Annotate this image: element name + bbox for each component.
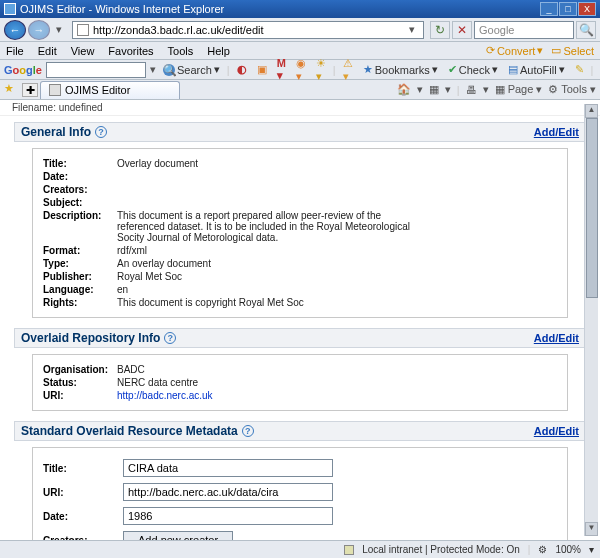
val-org: BADC [117, 364, 557, 375]
lbl-org: Organisation: [43, 364, 117, 375]
val-publisher: Royal Met Soc [117, 271, 557, 282]
autofill-button[interactable]: ▤ AutoFill ▾ [505, 63, 568, 76]
forward-button[interactable]: → [28, 20, 50, 40]
address-bar[interactable]: ▾ [72, 21, 424, 39]
zone-icon [344, 545, 354, 555]
vertical-scrollbar[interactable]: ▲ ▼ [584, 104, 598, 536]
google-search-dropdown-icon[interactable]: ▾ [150, 63, 156, 76]
section-head-repo: Overlaid Repository Info ? Add/Edit [14, 328, 586, 348]
page-icon [77, 24, 89, 36]
link-repo-uri[interactable]: http://badc.nerc.ac.uk [117, 390, 213, 401]
menu-view[interactable]: View [71, 45, 95, 57]
menu-tools[interactable]: Tools [168, 45, 194, 57]
menu-file[interactable]: File [6, 45, 24, 57]
feed-icon[interactable]: ◉ ▾ [293, 57, 309, 83]
lbl-uri: URI: [43, 390, 117, 401]
favorites-star-icon[interactable]: ★ [4, 82, 20, 98]
section-head-general: General Info ? Add/Edit [14, 122, 586, 142]
refresh-button[interactable]: ↻ [430, 21, 450, 39]
window-title: OJIMS Editor - Windows Internet Explorer [20, 3, 224, 15]
maximize-button[interactable]: □ [559, 2, 577, 16]
val-uri: http://badc.nerc.ac.uk [117, 390, 557, 401]
url-dropdown-icon[interactable]: ▾ [405, 23, 419, 36]
check-button[interactable]: ✔ Check ▾ [445, 63, 501, 76]
menu-favorites[interactable]: Favorites [108, 45, 153, 57]
tab-page-icon [49, 84, 61, 96]
page-menu[interactable]: ▦ Page ▾ [495, 83, 543, 96]
stop-button[interactable]: ✕ [452, 21, 472, 39]
add-favorites-icon[interactable]: ✚ [22, 83, 38, 97]
val-date [117, 171, 557, 182]
tab-ojims-editor[interactable]: OJIMS Editor [40, 81, 180, 99]
val-format: rdf/xml [117, 245, 557, 256]
lbl-res-date: Date: [43, 511, 117, 522]
search-go-button[interactable]: 🔍 [576, 21, 596, 39]
highlight-icon[interactable]: ✎ [572, 63, 587, 76]
google-search-button[interactable]: 🔍Search▾ [160, 63, 223, 76]
zoom-label[interactable]: 100% [555, 544, 581, 555]
section-title-resource: Standard Overlaid Resource Metadata ? [21, 424, 254, 438]
help-icon[interactable]: ? [242, 425, 254, 437]
gmail-icon[interactable]: ◐ [234, 63, 250, 76]
weather-icon[interactable]: ☀ ▾ [313, 57, 329, 83]
add-edit-resource[interactable]: Add/Edit [534, 425, 579, 437]
panel-resource: Title: URI: Date: Creators:Add new creat… [32, 447, 568, 540]
lbl-rights: Rights: [43, 297, 117, 308]
select-button[interactable]: ▭ Select [551, 44, 594, 57]
section-title-repo: Overlaid Repository Info ? [21, 331, 176, 345]
menu-edit[interactable]: Edit [38, 45, 57, 57]
browser-search-box[interactable]: Google [474, 21, 574, 39]
zone-label: Local intranet | Protected Mode: On [362, 544, 520, 555]
home-button[interactable]: 🏠 [397, 83, 411, 96]
back-button[interactable]: ← [4, 20, 26, 40]
add-creator-button[interactable]: Add new creator [123, 531, 233, 540]
gmail-m-icon[interactable]: M ▾ [274, 57, 289, 82]
tools-menu[interactable]: ⚙ Tools ▾ [548, 83, 596, 96]
scroll-down-button[interactable]: ▼ [585, 522, 598, 536]
bookmarks-button[interactable]: ★ Bookmarks ▾ [360, 63, 441, 76]
window-titlebar: OJIMS Editor - Windows Internet Explorer… [0, 0, 600, 18]
val-rights: This document is copyright Royal Met Soc [117, 297, 557, 308]
history-dropdown-icon[interactable]: ▾ [52, 23, 66, 36]
lbl-res-uri: URI: [43, 487, 117, 498]
zoom-icon[interactable]: ⚙ [538, 544, 547, 555]
val-creators [117, 184, 557, 195]
add-edit-general[interactable]: Add/Edit [534, 126, 579, 138]
lbl-format: Format: [43, 245, 117, 256]
val-type: An overlay document [117, 258, 557, 269]
google-search-input[interactable] [46, 62, 146, 78]
tab-label: OJIMS Editor [65, 84, 130, 96]
url-input[interactable] [93, 24, 405, 36]
feeds-button[interactable]: ▦ [429, 83, 439, 96]
panel-general: Title:Overlay document Date: Creators: S… [32, 148, 568, 318]
scroll-up-button[interactable]: ▲ [585, 104, 598, 118]
lbl-description: Description: [43, 210, 117, 243]
lbl-subject: Subject: [43, 197, 117, 208]
input-res-uri[interactable] [123, 483, 333, 501]
input-res-date[interactable] [123, 507, 333, 525]
menu-help[interactable]: Help [207, 45, 230, 57]
lbl-language: Language: [43, 284, 117, 295]
add-edit-repo[interactable]: Add/Edit [534, 332, 579, 344]
status-bar: Local intranet | Protected Mode: On | ⚙ … [0, 540, 600, 558]
val-status: NERC data centre [117, 377, 557, 388]
help-icon[interactable]: ? [164, 332, 176, 344]
app-icon [4, 3, 16, 15]
section-head-resource: Standard Overlaid Resource Metadata ? Ad… [14, 421, 586, 441]
minimize-button[interactable]: _ [540, 2, 558, 16]
google-logo: Google [4, 64, 42, 76]
help-icon[interactable]: ? [95, 126, 107, 138]
convert-button[interactable]: ⟳ Convert ▾ [486, 44, 544, 57]
filename-label: Filename: undefined [0, 100, 600, 116]
lbl-date: Date: [43, 171, 117, 182]
input-res-title[interactable] [123, 459, 333, 477]
zoom-dropdown-icon[interactable]: ▾ [589, 544, 594, 555]
hazard-icon[interactable]: ⚠ ▾ [340, 57, 356, 83]
section-title-general: General Info ? [21, 125, 107, 139]
lbl-creators: Creators: [43, 184, 117, 195]
val-description: This document is a report prepared allow… [117, 210, 427, 243]
scroll-thumb[interactable] [586, 118, 598, 298]
close-button[interactable]: X [578, 2, 596, 16]
blogger-icon[interactable]: ▣ [254, 63, 270, 76]
print-button[interactable]: 🖶 [466, 84, 477, 96]
